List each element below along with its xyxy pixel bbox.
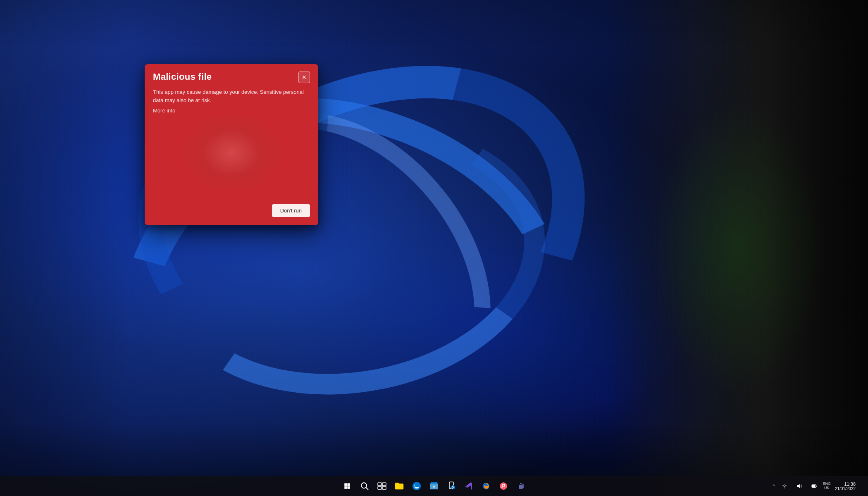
svg-rect-2 — [344, 486, 347, 489]
firefox-button[interactable] — [478, 478, 494, 494]
store-button[interactable]: M — [426, 478, 442, 494]
clock-date: 21/01/2022 — [835, 486, 856, 491]
svg-point-4 — [361, 483, 367, 488]
svg-rect-1 — [347, 483, 350, 486]
svg-line-5 — [366, 488, 369, 490]
dialog-footer: Don't run — [272, 204, 310, 217]
network-icon[interactable] — [778, 481, 791, 491]
clock-time: 11:38 — [844, 482, 856, 486]
dialog-description: This app may cause damage to your device… — [153, 88, 310, 104]
swirl-container — [43, 25, 694, 471]
edge-browser-button[interactable] — [408, 478, 425, 494]
svg-rect-0 — [344, 483, 347, 486]
dialog-glow — [180, 112, 283, 194]
show-hidden-icons-button[interactable]: ^ — [771, 482, 777, 490]
teams-button[interactable] — [513, 478, 529, 494]
speaker-icon — [796, 483, 803, 489]
svg-rect-8 — [378, 486, 382, 489]
lang-region: UK — [824, 486, 830, 490]
svg-rect-18 — [812, 485, 816, 487]
malicious-file-dialog: Malicious file ✕ This app may cause dama… — [145, 64, 318, 225]
system-tray-area: ^ — [771, 476, 863, 496]
start-button[interactable] — [339, 478, 355, 494]
clock-display[interactable]: 11:38 21/01/2022 — [832, 481, 858, 492]
plant-area — [651, 99, 825, 397]
svg-rect-17 — [816, 486, 817, 487]
svg-text:M: M — [433, 485, 436, 489]
svg-rect-7 — [382, 483, 386, 486]
phone-link-button[interactable] — [443, 478, 460, 494]
dialog-more-info-link[interactable]: More info — [153, 107, 175, 114]
dialog-body: This app may cause damage to your device… — [145, 86, 318, 122]
taskbar: M — [0, 476, 868, 496]
battery-icon[interactable] — [808, 481, 821, 491]
taskbar-center: M — [339, 478, 529, 494]
visual-studio-button[interactable] — [460, 478, 477, 494]
show-desktop-button[interactable] — [860, 476, 863, 496]
dont-run-button[interactable]: Don't run — [272, 204, 310, 217]
wifi-icon — [781, 483, 788, 489]
svg-rect-9 — [382, 486, 386, 489]
itunes-button[interactable] — [495, 478, 512, 494]
dialog-header: Malicious file ✕ — [145, 64, 318, 86]
volume-icon[interactable] — [793, 481, 806, 491]
file-explorer-button[interactable] — [391, 478, 408, 494]
dialog-title: Malicious file — [153, 72, 212, 82]
dialog-close-button[interactable]: ✕ — [298, 72, 310, 83]
svg-rect-3 — [347, 486, 350, 489]
language-indicator[interactable]: ENG UK — [823, 482, 831, 490]
svg-point-15 — [500, 482, 507, 490]
task-view-button[interactable] — [374, 478, 390, 494]
search-button[interactable] — [356, 478, 373, 494]
desktop-background — [0, 0, 868, 496]
battery-display-icon — [811, 483, 818, 489]
svg-rect-6 — [378, 483, 382, 486]
